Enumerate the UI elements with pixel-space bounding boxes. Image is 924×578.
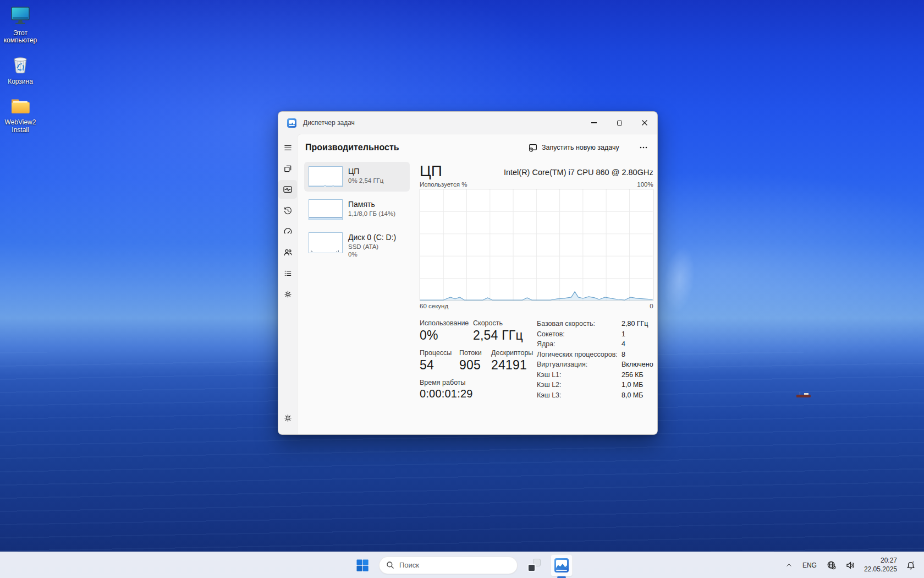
recycle-bin-icon [8, 52, 33, 77]
spec-label: Кэш L1: [537, 370, 618, 379]
processes-icon [283, 164, 293, 173]
card-title: ЦП [348, 167, 383, 177]
cpu-spec-table: Базовая скорость:2,80 ГГц Сокетов:1 Ядра… [537, 319, 653, 400]
spec-value: 2,80 ГГц [622, 319, 653, 328]
cpu-detail-pane: ЦП Intel(R) Core(TM) i7 CPU 860 @ 2.80GH… [420, 162, 653, 435]
spec-label: Базовая скорость: [537, 319, 618, 328]
nav-menu-button[interactable] [278, 138, 297, 157]
search-input[interactable] [399, 561, 493, 569]
task-view-button[interactable] [523, 554, 545, 576]
perf-card-cpu[interactable]: ЦП 0% 2,54 ГГц [304, 162, 410, 192]
users-icon [283, 248, 293, 257]
language-indicator[interactable]: ENG [799, 555, 820, 575]
spec-label: Сокетов: [537, 330, 618, 339]
active-app-indicator [557, 576, 566, 578]
spec-label: Логических процессоров: [537, 350, 618, 359]
threads-label: Потоки [459, 349, 491, 357]
spec-value: 8 [622, 350, 653, 359]
sidebar-item-processes[interactable] [278, 159, 297, 178]
spec-label: Кэш L3: [537, 391, 618, 400]
handles-value: 24191 [491, 358, 533, 373]
desktop-icon-this-pc[interactable]: Этот компьютер [0, 3, 41, 45]
cpu-graph-svg [420, 189, 653, 301]
card-subtitle: 1,1/8,0 ГБ (14%) [348, 210, 395, 218]
new-task-icon [529, 143, 537, 152]
computer-icon [8, 3, 33, 29]
sidebar-item-startup-apps[interactable] [278, 222, 297, 241]
graph-y-max-label: 100% [637, 181, 653, 188]
sidebar-item-users[interactable] [278, 243, 297, 261]
graph-y-axis-label: Используется % [420, 181, 467, 188]
bell-dnd-icon: z [906, 560, 916, 570]
search-icon [386, 561, 394, 569]
minimize-icon [591, 122, 597, 123]
spec-value: 1,0 МБ [622, 380, 653, 389]
spec-label: Ядра: [537, 340, 618, 348]
task-manager-taskbar-icon [554, 558, 569, 572]
taskbar-search[interactable] [379, 557, 518, 574]
minimize-button[interactable] [581, 112, 607, 134]
desktop-icon-label: WebView2 Install [1, 119, 40, 134]
sidebar-item-app-history[interactable] [278, 201, 297, 220]
card-subtitle2: 0% [348, 250, 396, 259]
windows-logo-icon [356, 559, 369, 572]
card-title: Память [348, 200, 395, 210]
cpu-device-name: Intel(R) Core(TM) i7 CPU 860 @ 2.80GHz [504, 168, 653, 179]
spec-label: Кэш L2: [537, 380, 618, 389]
gauge-icon [283, 227, 293, 236]
desktop-icon-webview2-install[interactable]: WebView2 Install [0, 92, 41, 134]
chevron-up-icon [785, 561, 793, 569]
sidebar-item-services[interactable] [278, 285, 297, 303]
notification-center-button[interactable]: z [903, 555, 919, 575]
card-subtitle: 0% 2,54 ГГц [348, 177, 383, 185]
settings-button[interactable] [278, 408, 297, 427]
more-options-button[interactable] [636, 140, 651, 155]
page-title: Производительность [305, 143, 399, 152]
run-new-task-button[interactable]: Запустить новую задачу [524, 140, 624, 155]
performance-card-list: ЦП 0% 2,54 ГГц Память 1,1/8,0 ГБ (14%) [304, 162, 410, 435]
uptime-label: Время работы [420, 379, 473, 386]
cpu-heading: ЦП [420, 163, 442, 179]
taskbar-app-task-manager[interactable] [551, 554, 573, 576]
tray-date: 22.05.2025 [864, 565, 897, 574]
task-manager-sidebar [278, 134, 297, 435]
details-list-icon [283, 269, 293, 278]
disk-mini-graph [309, 232, 343, 253]
perf-card-memory[interactable]: Память 1,1/8,0 ГБ (14%) [304, 195, 410, 225]
main-panel: Производительность Запустить новую задач… [297, 134, 658, 435]
tray-time: 20:27 [864, 557, 897, 565]
speed-value: 2,54 ГГц [473, 328, 523, 343]
cpu-usage-graph [420, 189, 653, 301]
desktop-icon-recycle-bin[interactable]: Корзина [0, 52, 41, 85]
taskbar-clock[interactable]: 20:27 22.05.2025 [862, 557, 899, 574]
window-titlebar[interactable]: Диспетчер задач [278, 112, 657, 134]
card-subtitle: SSD (ATA) [348, 243, 396, 251]
volume-button[interactable] [843, 555, 858, 575]
close-button[interactable] [632, 112, 657, 134]
close-icon [641, 119, 648, 126]
caption-buttons [581, 112, 657, 134]
desktop-icon-label: Корзина [8, 78, 33, 85]
maximize-icon [617, 121, 622, 126]
spec-value: 256 КБ [622, 370, 653, 379]
speed-label: Скорость [473, 319, 523, 327]
sidebar-item-performance[interactable] [278, 180, 297, 199]
run-new-task-label: Запустить новую задачу [542, 144, 619, 151]
task-manager-app-icon [287, 118, 296, 128]
threads-value: 905 [459, 358, 491, 373]
sidebar-item-details[interactable] [278, 264, 297, 282]
task-manager-window: Диспетчер задач [278, 111, 658, 435]
window-title: Диспетчер задач [303, 119, 355, 127]
perf-card-disk0[interactable]: Диск 0 (C: D:) SSD (ATA) 0% [304, 228, 410, 263]
ellipsis-icon [640, 146, 647, 149]
spec-value: Включено [622, 360, 653, 369]
performance-icon [283, 184, 293, 194]
start-button[interactable] [351, 554, 373, 576]
task-view-icon [527, 558, 541, 572]
network-button[interactable] [824, 555, 839, 575]
hidden-icons-button[interactable] [783, 555, 795, 575]
uptime-value: 0:00:01:29 [420, 388, 473, 400]
usage-value: 0% [420, 328, 473, 343]
maximize-button[interactable] [607, 112, 632, 134]
spec-value: 4 [622, 340, 653, 348]
